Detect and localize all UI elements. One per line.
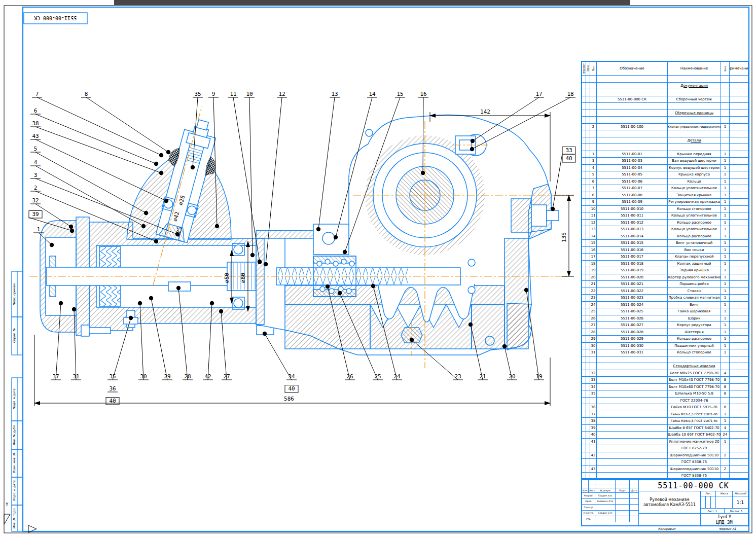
spec-item-row: 45511-00-04Корпус ведущей шестерни1 (582, 165, 748, 172)
svg-text:Инв. № подл.: Инв. № подл. (12, 508, 16, 528)
spec-item-row: 40Шайба 10 65Г ГОСТ 6402-7024 (582, 432, 748, 439)
svg-text:26: 26 (346, 373, 353, 380)
svg-text:19: 19 (535, 373, 542, 380)
spec-item-row: 295511-00-029Кольцо распорное1 (582, 336, 748, 343)
callout-7: 7 (32, 91, 163, 157)
spec-item-row: 55511-00-05Крышка корпуса1 (582, 171, 748, 178)
role-prov: Пров. (582, 499, 595, 505)
spec-col-name: Наименование (668, 62, 721, 75)
spec-row (582, 356, 748, 364)
svg-text:40: 40 (565, 155, 572, 162)
svg-text:Подп. и дата: Подп. и дата (12, 480, 16, 501)
svg-text:Перв. примен.: Перв. примен. (12, 282, 16, 305)
spec-col-designation: Обозначение (597, 62, 668, 75)
svg-text:40: 40 (109, 398, 116, 404)
spec-row: ГОСТ 22034-76 (582, 398, 748, 405)
svg-text:29: 29 (164, 373, 170, 380)
spec-section-row: Детали (582, 137, 748, 145)
mass-label: Масса (716, 491, 733, 496)
svg-text:142: 142 (480, 109, 490, 115)
spec-item-row: 265511-00-026Шарик1 (582, 315, 748, 323)
spec-item-row: 39Шайба 8 65Г ГОСТ 6402-704 (582, 425, 748, 432)
spec-col-zone: Зона (587, 65, 590, 72)
spec-item-row: 25511-00-100Клапан управления гидроусили… (582, 124, 748, 131)
spec-item-row: 315511-00-031Кольцо стопорное1 (582, 349, 748, 356)
svg-text:35: 35 (109, 373, 116, 380)
spec-item-row: 285511-00-028Шестерня1 (582, 329, 748, 336)
callout-8: 8 (81, 91, 170, 154)
spec-item-row: 43Шарикоподшипник 501102 (582, 466, 748, 473)
spec-item-row: 305511-00-030Подшипник упорный1 (582, 343, 748, 350)
spec-item-row: 165511-00-016Вал сошки1 (582, 247, 748, 254)
svg-text:14: 14 (369, 91, 376, 97)
svg-text:23: 23 (454, 373, 461, 380)
side-bolt-shank (89, 328, 111, 334)
svg-text:3: 3 (34, 172, 38, 178)
name-razrab: Гордин А.А. (595, 493, 616, 498)
hdr-list: Лист (589, 488, 595, 492)
svg-text:135: 135 (561, 232, 567, 242)
svg-text:39: 39 (32, 211, 39, 218)
svg-text:16: 16 (420, 91, 426, 97)
role-nkontr: Н.контр. (582, 511, 595, 516)
svg-text:34: 34 (288, 373, 295, 380)
callout-6: 6 (30, 108, 158, 166)
spec-item-row: 41Уплотнение манжетное 201 (582, 439, 748, 446)
spec-item-row: 135511-00-013Кольцо уплотнительное1 (582, 226, 748, 233)
svg-text:21: 21 (479, 373, 486, 380)
svg-text:24: 24 (393, 373, 401, 380)
spec-item-row: 15511-00-01Крышка передняя1 (582, 151, 748, 158)
spec-item-row: 155511-00-015Винт установочный1 (582, 240, 748, 247)
name-prov: Рыбкина О.Н. (595, 499, 616, 505)
spec-col-pos: Поз. (592, 65, 595, 71)
spec-item-row: 32Болт М8х25 ГОСТ 7798-704 (582, 370, 748, 377)
spec-item-row: 36Гайка М10 ГОСТ 5915-708 (582, 404, 748, 411)
hdr-podp: Подп. (616, 488, 630, 492)
role-utv: Утв. (582, 516, 595, 522)
spec-item-row: 145511-00-014Кольцо распорное1 (582, 233, 748, 240)
axis-mark: Y (6, 502, 9, 507)
spec-item-row: 38Гайка М26х1,5 ГОСТ 11871-801 (582, 418, 748, 425)
dimension-135: 135 (554, 195, 574, 276)
svg-text:586: 586 (284, 396, 294, 402)
spec-item-row: 225511-00-022Стакан1 (582, 288, 748, 295)
svg-text:18: 18 (567, 91, 573, 97)
copied-label: Копировал (636, 527, 697, 530)
callout-20: 20 (502, 344, 517, 380)
spec-section-row: Стандартные изделия (582, 363, 748, 370)
format-label: Формат A1 (705, 527, 750, 530)
spring-lower (99, 284, 121, 306)
spec-item-row: 105511-00-010Кольцо стопорное1 (582, 206, 748, 213)
spec-col-note: Примечание (730, 62, 748, 75)
spec-item-row: 215511-00-021Поршень-рейка1 (582, 281, 748, 288)
svg-text:42: 42 (204, 373, 211, 380)
doc-number: 5511-00-000 СК (639, 480, 748, 491)
spec-section-row: Сборочные единицы (582, 110, 748, 117)
spec-section-row: Документация (582, 83, 748, 90)
spec-row: ГОСТ 8752-79 (582, 445, 748, 452)
callout-10: 10 (244, 91, 255, 257)
spec-row (582, 144, 748, 151)
svg-text:8: 8 (85, 91, 88, 97)
lit-label: Лит. (701, 491, 716, 496)
sector-teeth (378, 284, 475, 322)
callout-5: 5 (30, 146, 148, 215)
spec-item-row: 85511-00-08Защитная крышка1 (582, 192, 748, 199)
spec-item-row: 33Болт М10х40 ГОСТ 7798-708 (582, 377, 748, 384)
spec-item-row: 235511-00-023Пробка сливная магнитная1 (582, 295, 748, 302)
margin-stamp-labels: Перв. примен. Справ. № Подп. и дата Инв.… (12, 282, 16, 528)
svg-text:27: 27 (223, 373, 230, 380)
svg-text:7: 7 (35, 91, 39, 97)
callout-38: 38 (30, 120, 163, 175)
spec-col-qty: Кол. (724, 65, 727, 71)
spec-item-row: 275511-00-027Корпус редуктора1 (582, 322, 748, 329)
svg-text:1: 1 (37, 226, 41, 233)
svg-text:20: 20 (509, 373, 515, 380)
spec-item-row: 185511-00-018Колпак защитный1 (582, 261, 748, 268)
assembly-drawing (40, 115, 559, 355)
bearing-ball (234, 245, 243, 254)
spec-item-row: 205511-00-020Картер рулевого механизма1 (582, 274, 748, 281)
sheets-value: 5 (741, 510, 742, 513)
svg-text:40: 40 (288, 385, 295, 392)
spec-row (582, 130, 748, 137)
